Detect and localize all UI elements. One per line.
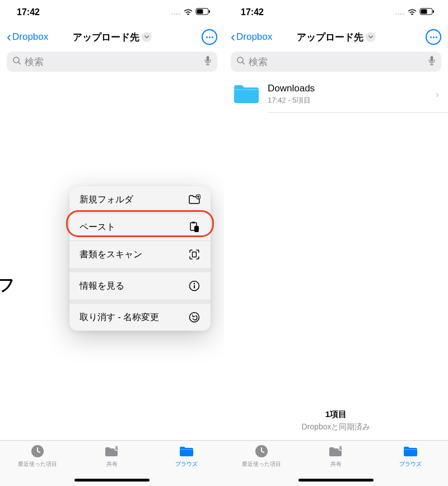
- svg-rect-9: [194, 226, 199, 232]
- nav-bar: ‹ Dropbox アップロード先: [224, 25, 448, 49]
- search-input[interactable]: 検索: [7, 52, 217, 72]
- svg-rect-8: [192, 222, 195, 224]
- status-bar: 17:42 ....: [224, 0, 448, 25]
- nav-title[interactable]: アップロード先: [297, 31, 376, 44]
- home-indicator[interactable]: [74, 479, 150, 482]
- context-menu: 新規フォルダ ペースト 書類をスキャン 情報を見る: [69, 186, 211, 331]
- screen-left: 17:42 .... ‹ Dropbox アップロード先: [0, 0, 224, 486]
- cellular-icon: ....: [395, 8, 405, 16]
- svg-rect-10: [193, 252, 197, 257]
- sync-status: 1項目 Dropboxと同期済み: [224, 409, 448, 440]
- svg-rect-20: [421, 10, 427, 14]
- folder-icon: [179, 444, 194, 459]
- svg-line-4: [18, 62, 21, 64]
- ellipsis-icon: [430, 36, 437, 38]
- wifi-icon: [407, 7, 417, 17]
- search-icon: [236, 56, 245, 68]
- battery-icon: [195, 7, 211, 17]
- menu-undo[interactable]: 取り消す - 名称変更: [69, 304, 211, 331]
- nav-bar: ‹ Dropbox アップロード先: [0, 25, 224, 49]
- menu-label: 新規フォルダ: [80, 194, 133, 206]
- status-right: ....: [395, 7, 435, 17]
- partial-text: フ: [0, 274, 15, 297]
- battery-icon: [419, 7, 435, 17]
- menu-label: 書類をスキャン: [80, 249, 142, 261]
- chevron-left-icon: ‹: [231, 30, 235, 44]
- title-text: アップロード先: [297, 31, 363, 44]
- ellipsis-icon: [206, 36, 213, 38]
- undo-icon: [188, 311, 200, 323]
- folder-name: Downloads: [268, 83, 428, 94]
- menu-new-folder[interactable]: 新規フォルダ: [69, 186, 211, 213]
- menu-paste[interactable]: ペースト: [69, 214, 211, 240]
- svg-line-23: [242, 62, 245, 64]
- chevron-down-icon: [366, 32, 376, 42]
- folder-icon: [233, 83, 260, 105]
- more-button[interactable]: [426, 29, 441, 45]
- search-placeholder: 検索: [25, 55, 44, 68]
- status-bar: 17:42 ....: [0, 0, 224, 25]
- item-count: 1項目: [224, 409, 448, 420]
- tab-label: ブラウズ: [175, 460, 198, 468]
- menu-info[interactable]: 情報を見る: [69, 272, 211, 299]
- status-time: 17:42: [17, 7, 40, 17]
- menu-label: 取り消す - 名称変更: [80, 312, 159, 323]
- menu-label: 情報を見る: [80, 280, 124, 292]
- menu-label: ペースト: [80, 221, 115, 233]
- svg-rect-21: [433, 10, 434, 13]
- back-button[interactable]: ‹ Dropbox: [231, 30, 272, 44]
- nav-title[interactable]: アップロード先: [73, 31, 152, 44]
- menu-scan[interactable]: 書類をスキャン: [69, 241, 211, 268]
- svg-point-17: [115, 446, 118, 448]
- svg-rect-28: [404, 449, 417, 450]
- shared-folder-icon: [104, 444, 120, 459]
- back-label: Dropbox: [236, 31, 272, 43]
- svg-rect-5: [207, 56, 209, 62]
- search-input[interactable]: 検索: [231, 52, 441, 72]
- tab-browse[interactable]: ブラウズ: [161, 444, 212, 486]
- folder-row[interactable]: Downloads 17:42 - 5項目 ›: [224, 76, 448, 112]
- chevron-right-icon: ›: [436, 89, 439, 100]
- mic-icon[interactable]: [204, 55, 212, 68]
- wifi-icon: [183, 7, 193, 17]
- tab-recents[interactable]: 最近使った項目: [236, 444, 287, 486]
- shared-folder-icon: [328, 444, 344, 459]
- mic-icon[interactable]: [428, 55, 436, 68]
- folder-subtitle: 17:42 - 5項目: [268, 95, 428, 105]
- tab-label: 最近使った項目: [242, 460, 281, 468]
- svg-point-27: [339, 446, 342, 448]
- tab-browse[interactable]: ブラウズ: [385, 444, 436, 486]
- svg-rect-13: [194, 285, 195, 289]
- svg-point-12: [194, 283, 195, 284]
- folder-plus-icon: [188, 193, 200, 206]
- chevron-left-icon: ‹: [7, 30, 11, 44]
- info-icon: [188, 280, 200, 292]
- synced-text: Dropboxと同期済み: [224, 422, 448, 432]
- tab-label: 共有: [330, 460, 342, 468]
- scan-icon: [188, 248, 200, 261]
- tab-recents[interactable]: 最近使った項目: [12, 444, 63, 486]
- content-area[interactable]: Downloads 17:42 - 5項目 ›: [224, 76, 448, 409]
- back-label: Dropbox: [12, 31, 48, 43]
- content-area[interactable]: フ 新規フォルダ ペースト 書類をスキャン: [0, 76, 224, 440]
- tab-label: 共有: [106, 460, 118, 468]
- home-indicator[interactable]: [298, 479, 374, 482]
- tab-label: 最近使った項目: [18, 460, 57, 468]
- svg-rect-2: [209, 10, 210, 13]
- svg-rect-24: [431, 56, 433, 62]
- clock-icon: [254, 444, 269, 459]
- svg-point-14: [190, 313, 199, 322]
- search-icon: [12, 56, 21, 68]
- screen-right: 17:42 .... ‹ Dropbox アップロード先: [224, 0, 448, 486]
- title-text: アップロード先: [73, 31, 139, 44]
- svg-rect-18: [180, 449, 193, 450]
- more-button[interactable]: [202, 29, 217, 45]
- back-button[interactable]: ‹ Dropbox: [7, 30, 48, 44]
- status-time: 17:42: [241, 7, 264, 17]
- search-placeholder: 検索: [249, 55, 268, 68]
- cellular-icon: ....: [171, 8, 181, 16]
- tab-label: ブラウズ: [399, 460, 422, 468]
- clock-icon: [30, 444, 45, 459]
- status-right: ....: [171, 7, 211, 17]
- folder-text: Downloads 17:42 - 5項目: [268, 83, 428, 105]
